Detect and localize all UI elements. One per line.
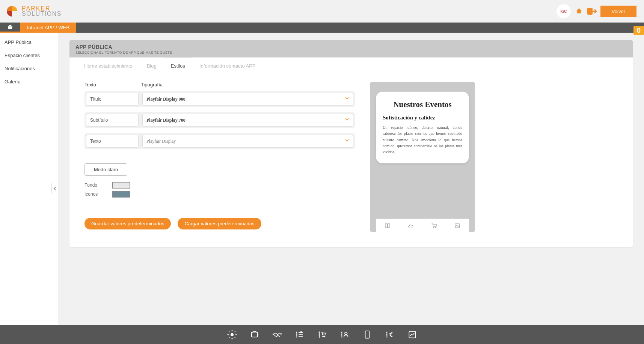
select-value: Playfair Display 700 (146, 118, 186, 123)
field-label-subtitulo: Subtítulo (86, 114, 139, 127)
panel: APP PÚBLICA SELECCIONA EL FORMATO DE APP… (69, 40, 633, 247)
select-typography-titulo[interactable]: Playfair Display 900 (142, 93, 353, 106)
tab-estilos[interactable]: Estilos (164, 57, 192, 74)
svg-point-2 (435, 227, 436, 228)
home-tab-icon[interactable] (0, 23, 20, 33)
preview-column: Nuestros Eventos Sofisticación y calidez… (370, 82, 475, 232)
sidebar-item-espacio-clientes[interactable]: Espacio clientes (0, 49, 58, 62)
field-label-texto: Texto (86, 135, 139, 148)
sidebar-collapse-icon[interactable] (51, 183, 58, 194)
swatch-label-fondo: Fondo (84, 183, 107, 188)
field-label-titulo: Título (86, 93, 139, 106)
brand-icon (5, 5, 19, 18)
tab-home-establecimiento[interactable]: Home establecimiento (77, 57, 140, 74)
cloche-icon[interactable] (407, 222, 414, 229)
preview-title: Nuestros Eventos (383, 100, 462, 109)
avatar[interactable]: K/C (556, 4, 571, 19)
column-header-texto: Texto (84, 82, 141, 88)
tab-strip: Home establecimiento Blog Estilos Inform… (69, 57, 633, 74)
sidebar-item-notificaciones[interactable]: Notificaciones (0, 62, 58, 75)
preview-body: Un espacio idóneo, abierto, natural, don… (383, 125, 462, 155)
notifications-icon[interactable] (575, 7, 583, 15)
chevron-down-icon (345, 138, 349, 144)
chevron-down-icon (345, 117, 349, 123)
mode-toggle-button[interactable]: Modo claro (84, 163, 127, 176)
image-icon[interactable] (454, 222, 461, 229)
brand-text-2: SOLUTIONS (22, 11, 62, 17)
main-content: APP PÚBLICA SELECCIONA EL FORMATO DE APP… (58, 33, 644, 325)
tab-informacion-contacto[interactable]: Información contacto APP (192, 57, 263, 74)
panel-header: APP PÚBLICA SELECCIONA EL FORMATO DE APP… (69, 40, 633, 57)
load-defaults-button[interactable]: Cargar valores predeterminados (178, 218, 261, 229)
logout-icon[interactable] (587, 7, 597, 15)
svg-point-1 (433, 227, 434, 228)
phone-preview: Nuestros Eventos Sofisticación y calidez… (370, 82, 475, 232)
brand-logo: PARKER SOLUTIONS (5, 5, 62, 18)
cart-badge[interactable]: 0 (633, 26, 644, 35)
chevron-down-icon (345, 96, 349, 102)
color-swatch-iconos[interactable] (112, 191, 130, 198)
preview-subtitle: Sofisticación y calidez (383, 115, 462, 121)
breadcrumb[interactable]: Intranet APP / WEB (20, 23, 76, 33)
svg-rect-0 (587, 8, 593, 15)
select-value: Playfair Display 900 (146, 97, 186, 102)
column-header-tipografia: Tipografía (141, 82, 163, 88)
preview-card: Nuestros Eventos Sofisticación y calidez… (376, 92, 469, 163)
select-value: Playfair Display (146, 139, 176, 144)
select-typography-texto[interactable]: Playfair Display (142, 135, 353, 148)
tab-blog[interactable]: Blog (140, 57, 164, 74)
color-swatch-fondo[interactable] (112, 182, 130, 189)
sidebar-item-app-publica[interactable]: APP Pública (0, 36, 58, 49)
secondary-nav: Intranet APP / WEB 0 (0, 23, 644, 33)
top-bar: PARKER SOLUTIONS K/C Volver (0, 0, 644, 23)
preview-nav-tabs (376, 219, 469, 232)
back-button[interactable]: Volver (600, 6, 636, 17)
sidebar: APP Pública Espacio clientes Notificacio… (0, 33, 58, 325)
save-defaults-button[interactable]: Guardar valores predeterminados (84, 218, 171, 229)
cart-icon[interactable] (431, 222, 437, 229)
panel-subtitle: SELECCIONA EL FORMATO DE APP QUE MÁS TE … (75, 51, 627, 54)
swatch-label-iconos: Iconos (84, 192, 107, 197)
select-typography-subtitulo[interactable]: Playfair Display 700 (142, 114, 353, 127)
book-icon[interactable] (384, 222, 391, 229)
sidebar-item-galeria[interactable]: Galería (0, 75, 58, 88)
panel-title: APP PÚBLICA (75, 44, 627, 50)
styles-form: Texto Tipografía Título Playfair Display… (84, 82, 355, 232)
